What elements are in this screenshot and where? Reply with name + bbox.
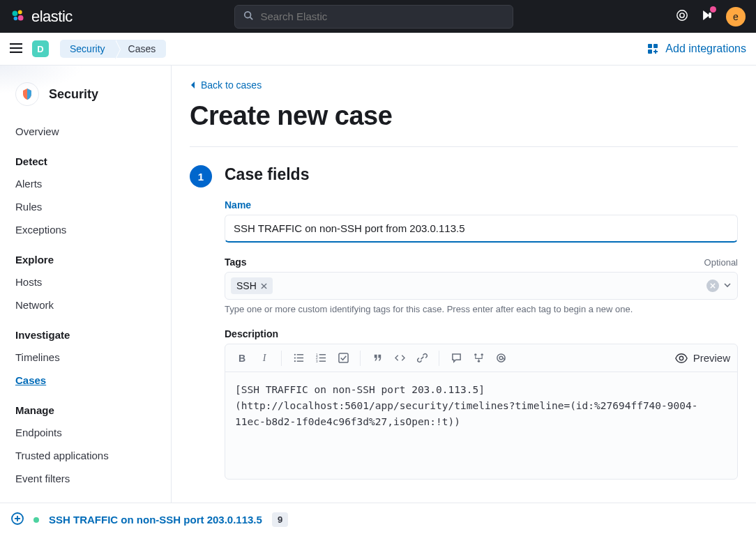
sidebar-item-event-filters[interactable]: Event filters [0,467,171,490]
svg-point-3 [14,17,17,21]
sidebar-item-cases[interactable]: Cases [0,369,171,392]
preview-label: Preview [693,352,730,364]
italic-button[interactable]: I [255,349,274,368]
tags-label: Tags [225,256,247,268]
add-integrations-label: Add integrations [665,43,746,55]
timeline-event-count: 9 [272,512,288,527]
sidebar: Security OverviewDetectAlertsRulesExcept… [0,66,172,503]
nav-toggle-button[interactable] [10,43,22,55]
avatar[interactable]: e [726,7,746,26]
svg-point-17 [294,357,295,358]
svg-rect-13 [653,44,658,48]
sidebar-item-alerts[interactable]: Alerts [0,172,171,195]
svg-point-2 [18,15,24,21]
sidebar-item-network[interactable]: Network [0,293,171,316]
sidebar-app-title: Security [49,87,98,102]
sidebar-section: Detect [0,143,171,172]
breadcrumb: Security Cases [60,39,166,59]
search-input[interactable] [260,10,504,22]
svg-point-15 [294,354,295,355]
unordered-list-button[interactable] [289,349,308,368]
preview-button[interactable]: Preview [675,352,730,365]
chevron-down-icon[interactable] [723,280,732,291]
eye-icon [675,352,688,365]
security-app-icon [15,82,39,106]
notification-dot [710,6,716,13]
sidebar-item-exceptions[interactable]: Exceptions [0,218,171,241]
tags-optional-label: Optional [704,257,738,268]
add-timeline-icon[interactable] [11,512,24,527]
svg-rect-9 [10,43,22,45]
subheader: D Security Cases Add integrations [0,33,756,66]
svg-point-30 [477,360,479,362]
sidebar-section: Explore [0,241,171,270]
add-integrations-button[interactable]: Add integrations [647,43,746,55]
editor-toolbar: B I 123 [225,344,737,372]
svg-point-4 [245,12,251,18]
sidebar-item-trusted-applications[interactable]: Trusted applications [0,444,171,467]
code-button[interactable] [390,349,409,368]
timeline-flyout-bar[interactable]: SSH TRAFFIC on non-SSH port 203.0.113.5 … [0,503,756,536]
link-button[interactable] [412,349,432,368]
remove-tag-icon[interactable] [261,283,267,289]
sidebar-item-timelines[interactable]: Timelines [0,346,171,369]
svg-rect-12 [648,44,652,48]
timeline-status-dot [33,517,39,523]
svg-point-1 [18,10,22,14]
sidebar-item-endpoints[interactable]: Endpoints [0,421,171,444]
tag-label: SSH [236,280,257,291]
tree-button[interactable] [469,349,488,368]
bold-button[interactable]: B [232,349,252,368]
task-list-button[interactable] [333,349,353,368]
tags-combobox[interactable]: SSH [225,272,738,300]
sidebar-item-overview[interactable]: Overview [0,120,171,143]
mention-button[interactable] [491,349,511,368]
name-field[interactable] [225,215,738,243]
main-content: Back to cases Create new case 1 Case fie… [172,66,756,503]
tags-help-text: Type one or more custom identifying tags… [225,304,738,314]
sidebar-item-hosts[interactable]: Hosts [0,270,171,293]
breadcrumb-security[interactable]: Security [60,40,116,58]
page-title: Create new case [190,101,738,131]
logo-text: elastic [31,8,73,26]
comment-button[interactable] [446,349,466,368]
divider [190,146,738,147]
step-title: Case fields [225,165,738,184]
description-textarea[interactable] [225,372,737,477]
svg-rect-18 [296,358,303,359]
svg-point-19 [294,360,295,362]
global-header: elastic e [0,0,756,33]
elastic-logo-icon [10,8,26,25]
quote-button[interactable] [368,349,387,368]
svg-point-28 [474,353,476,355]
timeline-name[interactable]: SSH TRAFFIC on non-SSH port 203.0.113.5 [49,514,262,526]
logo[interactable]: elastic [10,8,73,26]
sidebar-section: Investigate [0,316,171,346]
clear-tags-button[interactable] [706,280,719,292]
description-editor: B I 123 [225,344,738,480]
svg-rect-22 [319,354,325,355]
newsfeed-icon[interactable] [701,9,713,24]
global-search[interactable] [234,5,513,29]
svg-rect-20 [296,360,303,362]
name-label: Name [225,199,251,210]
back-to-cases-link[interactable]: Back to cases [190,79,262,91]
step-1-badge: 1 [190,165,212,187]
ordered-list-button[interactable]: 123 [311,349,331,368]
back-link-label: Back to cases [201,79,262,91]
svg-point-6 [677,10,687,20]
svg-rect-16 [296,354,303,355]
space-selector[interactable]: D [32,40,49,57]
breadcrumb-cases[interactable]: Cases [116,40,167,58]
svg-point-29 [481,353,483,355]
svg-rect-26 [319,360,325,362]
help-icon[interactable] [676,9,688,24]
svg-text:3: 3 [316,360,318,363]
svg-rect-24 [319,358,325,359]
sidebar-section: Manage [0,392,171,421]
svg-point-0 [13,10,18,16]
svg-point-33 [679,356,683,360]
chevron-left-icon [190,81,197,89]
integrations-icon [647,43,658,54]
sidebar-item-rules[interactable]: Rules [0,195,171,218]
